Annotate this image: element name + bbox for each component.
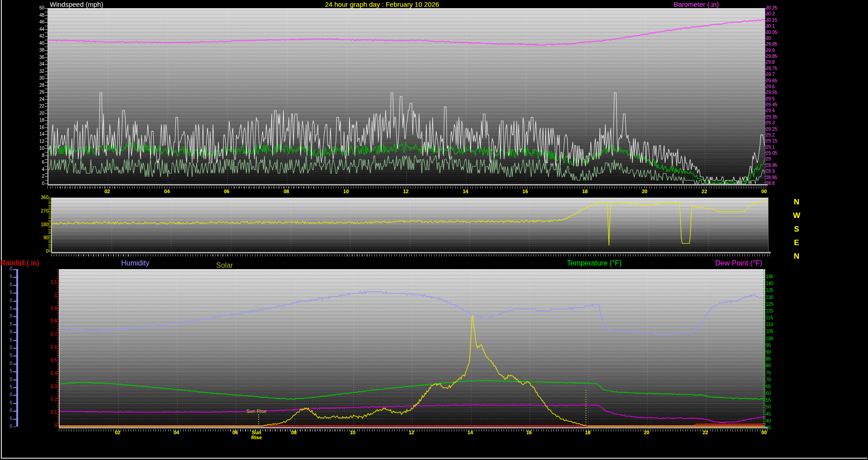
baro-tick-label: 29.35 [766,115,786,119]
baro-tick-label: 29.8 [766,60,786,65]
temp-tick-label: 135 [766,288,784,293]
wind-tick-label: 4 [26,167,44,172]
time-label-10: 10 [336,189,356,194]
baro-tick-label: 29.15 [766,139,786,143]
rain-tick-label: 0.2 [39,397,57,402]
time-label-20: 20 [637,430,656,435]
baro-tick-label: 29.25 [766,127,786,132]
temp-tick-label: 140 [766,281,784,286]
hum-tick-label: 0 [5,361,12,366]
baro-tick-label: 28.8 [766,181,786,186]
temp-tick-label: 55 [766,398,784,403]
wind-tick-label: 36 [26,55,44,60]
wind-direction-plot [51,198,769,252]
barometer-title: Barometer (.in) [674,0,719,8]
time-label-06: 06 [217,189,236,194]
mid-x-axis-ticks [51,254,771,256]
baro-tick-label: 28.9 [766,169,786,174]
hum-tick-label: 0 [5,393,12,397]
temp-tick-label: 65 [766,384,784,389]
top-x-axis [47,184,768,186]
hum-tick-label: 5 [5,401,12,405]
wind-tick-label: 16 [26,125,44,130]
wind-tick-label: 40 [26,41,44,46]
time-label-12: 12 [401,430,421,435]
wind-tick-label: 34 [26,62,44,66]
baro-tick-label: 30 [766,36,786,41]
hum-tick-label: 0 [5,408,12,413]
temp-tick-label: 145 [766,275,784,279]
baro-tick-label: 30.2 [766,12,786,16]
hum-tick-label: 5 [5,275,12,279]
time-label-14: 14 [456,189,476,194]
hum-tick-label: 0 [5,330,12,334]
window-edge-bottom [1,458,867,459]
hum-tick-label: 0 [5,377,12,382]
time-label-22: 22 [695,430,715,435]
compass-letter-n: N [791,198,802,207]
temp-tick-label: 115 [766,316,784,320]
temp-tick-label: 125 [766,302,784,307]
windspeed-axis-ticks [45,8,47,184]
rainfall-axis-line [57,269,58,427]
humidity-axis-bar [16,269,18,427]
time-label-04: 04 [166,430,186,435]
weather-24hr-graph: Windspeed (mph) 24 hour graph day : Febr… [0,0,868,460]
hum-tick-label: 5 [5,385,12,389]
temp-tick-label: 50 [766,405,784,409]
baro-tick-label: 29.1 [766,145,786,150]
wind-direction-axis-ticks [48,198,51,252]
rain-tick-label: 1.1 [39,280,57,285]
time-label-10: 10 [343,430,363,435]
time-label-20: 20 [635,189,655,194]
wind-tick-label: 42 [26,34,44,38]
time-label-16: 16 [515,189,535,194]
temp-tick-label: 95 [766,343,784,348]
hum-tick-label: 0 [5,424,12,429]
top-chart-canvas [48,9,765,184]
dir-tick-label: 180 [30,223,48,227]
compass-letter-n2: N [791,252,802,261]
baro-tick-label: 29.65 [766,79,786,83]
wind-tick-label: 6 [26,160,44,165]
time-label-00: 00 [754,189,774,194]
dir-tick-label: 270 [30,209,48,213]
hum-tick-label: 5 [5,338,12,342]
wind-tick-label: 38 [26,48,44,52]
humidity-solar-temperature-plot [59,269,765,427]
series-wind_direction [52,201,768,246]
time-label-04: 04 [157,189,177,194]
baro-tick-label: 29.55 [766,90,786,95]
rain-tick-label: 0.5 [39,358,57,363]
baro-tick-label: 29.9 [766,48,786,53]
baro-tick-label: 29.6 [766,85,786,89]
rain-tick-label: 0.9 [39,306,57,311]
wind-tick-label: 20 [26,111,44,116]
temp-tick-label: 40 [766,419,784,423]
humidity-axis-ticks [13,269,16,427]
rain-tick-label: 0.8 [39,319,57,323]
hum-tick-label: 0 [5,299,12,303]
baro-tick-label: 29.2 [766,133,786,138]
time-label-12: 12 [396,189,416,194]
time-label-14: 14 [460,430,480,435]
rain-tick-label: 1 [39,293,57,298]
temp-tick-label: 70 [766,378,784,382]
baro-tick-label: 29.95 [766,42,786,47]
rainfall-label: Rainfall (.in) [0,259,39,267]
time-label-08: 08 [284,430,304,435]
hum-tick-label: 5 [5,306,12,311]
dir-tick-label: 90 [30,236,48,240]
hum-tick-label: 0 [5,314,12,318]
wind-tick-label: 0 [26,181,44,186]
baro-tick-label: 28.95 [766,163,786,168]
baro-tick-label: 29.45 [766,103,786,107]
time-label-06: 06 [225,430,245,435]
rain-tick-label: 0.7 [39,332,57,337]
compass-letter-w: W [791,211,802,220]
baro-tick-label: 29.75 [766,66,786,71]
wind-tick-label: 30 [26,76,44,81]
rain-tick-label: 0.6 [39,345,57,350]
hum-tick-label: 5 [5,322,12,327]
wind-tick-label: 32 [26,69,44,74]
